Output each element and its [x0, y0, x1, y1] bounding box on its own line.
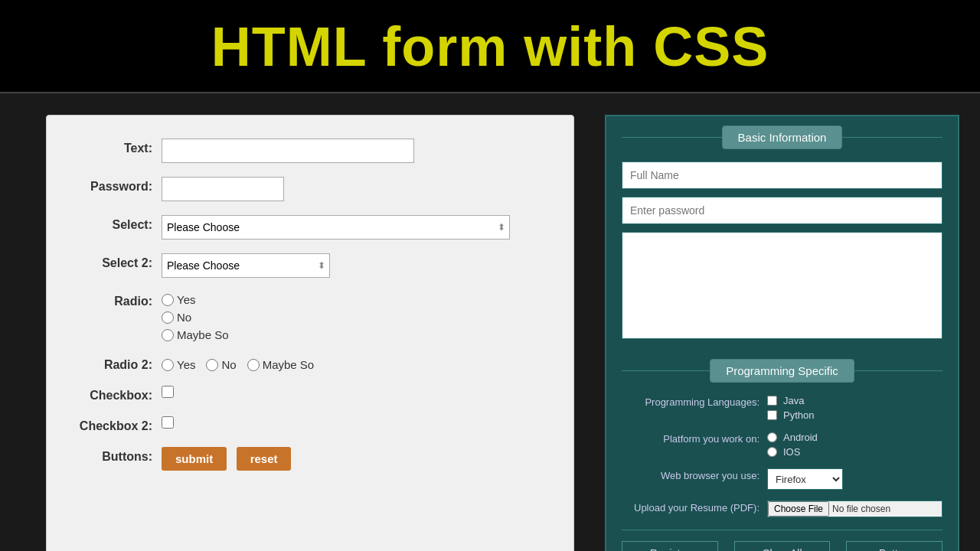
- password-input[interactable]: [162, 177, 284, 201]
- radio2-maybe: Maybe So: [247, 358, 315, 371]
- prog-line-left: [622, 370, 710, 371]
- bio-textarea[interactable]: [622, 232, 942, 339]
- prog-languages-row: Programming Languages: Java Python: [622, 395, 942, 421]
- page-header: HTML form with CSS: [0, 0, 980, 93]
- radio-maybe-input[interactable]: [162, 329, 174, 341]
- python-checkbox[interactable]: [767, 410, 777, 420]
- radio2-maybe-label: Maybe So: [263, 358, 315, 371]
- header-line-left: [622, 137, 722, 138]
- android-option: Android: [767, 432, 818, 443]
- radio2-yes-input[interactable]: [162, 359, 174, 371]
- page-title: HTML form with CSS: [211, 16, 769, 77]
- radio-row: Radio: Yes No Maybe So: [62, 292, 550, 341]
- checkbox-wrapper: [162, 386, 174, 401]
- radio2-no: No: [206, 358, 236, 371]
- radio2-yes: Yes: [162, 358, 195, 371]
- checkbox-label: Checkbox:: [62, 386, 162, 403]
- android-label: Android: [783, 432, 818, 443]
- radio-no-input[interactable]: [162, 311, 174, 324]
- select2-row: Select 2: Please Choose ⬍: [62, 253, 550, 278]
- browser-select[interactable]: Firefox Chrome Safari Edge: [767, 468, 843, 490]
- programming-section: Programming Languages: Java Python Platf…: [622, 395, 942, 517]
- title-white: HTML form with: [211, 16, 654, 77]
- radio-maybe: Maybe So: [162, 328, 229, 341]
- select-row: Select: Please Choose ⬍: [62, 215, 550, 240]
- select-wrapper: Please Choose ⬍: [162, 215, 510, 240]
- radio2-no-input[interactable]: [206, 359, 218, 371]
- prog-line-right: [854, 370, 942, 371]
- reset-button[interactable]: reset: [237, 447, 292, 471]
- platform-label: Platform you work on:: [622, 432, 760, 445]
- prog-section-wrapper: Programming Specific: [606, 350, 958, 383]
- text-label: Text:: [62, 139, 162, 155]
- fullname-input[interactable]: [622, 161, 942, 189]
- register-button[interactable]: Register: [622, 541, 718, 551]
- basic-info-header: Basic Information: [606, 126, 958, 149]
- right-password-input[interactable]: [622, 197, 942, 224]
- clearall-button[interactable]: Clear All: [734, 541, 831, 551]
- platform-row: Platform you work on: Android IOS: [622, 432, 942, 458]
- checkbox-input[interactable]: [162, 386, 174, 398]
- text-row: Text:: [62, 139, 550, 163]
- radio2-no-label: No: [221, 358, 236, 371]
- ios-label: IOS: [783, 446, 800, 458]
- resume-file-input[interactable]: [767, 500, 942, 517]
- python-option: Python: [767, 409, 814, 421]
- radio-yes-label: Yes: [177, 293, 195, 306]
- submit-button[interactable]: submit: [162, 447, 227, 471]
- radio2-maybe-input[interactable]: [247, 359, 260, 371]
- select2-wrapper: Please Choose ⬍: [162, 253, 330, 278]
- password-row: Password:: [62, 177, 550, 201]
- bottom-buttons: Register Clear All Button: [622, 530, 942, 551]
- radio2-row: Radio 2: Yes No Maybe So: [62, 355, 550, 372]
- select2-input[interactable]: Please Choose: [162, 253, 330, 278]
- main-content: Text: Password: Select: Please Choose ⬍ …: [0, 99, 980, 551]
- right-form-panel: Basic Information Programming Specific P…: [605, 115, 959, 551]
- prog-languages-control: Java Python: [767, 395, 814, 421]
- checkbox2-row: Checkbox 2:: [62, 416, 550, 433]
- title-yellow: CSS: [653, 16, 769, 77]
- radio2-group: Yes No Maybe So: [162, 355, 314, 371]
- left-form-panel: Text: Password: Select: Please Choose ⬍ …: [46, 115, 574, 551]
- radio-no: No: [162, 311, 229, 324]
- prog-header: Programming Specific: [606, 359, 958, 383]
- checkbox2-label: Checkbox 2:: [62, 416, 162, 433]
- radio-yes-input[interactable]: [162, 294, 174, 306]
- checkbox-row: Checkbox:: [62, 386, 550, 403]
- radio-yes: Yes: [162, 293, 229, 306]
- platform-control: Android IOS: [767, 432, 818, 458]
- resume-row: Upload your Resume (PDF):: [622, 500, 942, 517]
- extra-button[interactable]: Button: [846, 541, 942, 551]
- radio-no-label: No: [177, 311, 191, 324]
- basic-info-badge: Basic Information: [722, 126, 843, 149]
- prog-badge: Programming Specific: [710, 359, 854, 383]
- password-label: Password:: [62, 177, 162, 194]
- file-input-wrapper: [767, 500, 942, 517]
- radio2-label: Radio 2:: [62, 355, 162, 372]
- resume-label: Upload your Resume (PDF):: [622, 500, 760, 514]
- radio-maybe-label: Maybe So: [177, 328, 229, 341]
- browser-control: Firefox Chrome Safari Edge: [767, 468, 843, 490]
- select2-label: Select 2:: [62, 253, 162, 270]
- android-radio[interactable]: [767, 432, 777, 442]
- basic-info-section-wrapper: Basic Information: [606, 116, 958, 149]
- checkbox2-wrapper: [162, 416, 174, 432]
- browser-row: Web browser you use: Firefox Chrome Safa…: [622, 468, 942, 490]
- java-checkbox[interactable]: [767, 396, 777, 406]
- ios-radio[interactable]: [767, 447, 777, 457]
- python-label: Python: [783, 409, 814, 421]
- radio-label: Radio:: [62, 292, 162, 308]
- browser-label: Web browser you use:: [622, 468, 760, 481]
- checkbox2-input[interactable]: [162, 416, 174, 429]
- java-option: Java: [767, 395, 814, 406]
- prog-languages-label: Programming Languages:: [622, 395, 760, 408]
- radio-group: Yes No Maybe So: [162, 292, 229, 341]
- java-label: Java: [783, 395, 804, 406]
- buttons-group: submit reset: [162, 447, 291, 471]
- ios-option: IOS: [767, 446, 818, 458]
- buttons-row: Buttons: submit reset: [62, 447, 550, 471]
- text-input[interactable]: [162, 139, 414, 163]
- buttons-label: Buttons:: [62, 447, 162, 464]
- select-input[interactable]: Please Choose: [162, 215, 510, 240]
- header-line-right: [842, 137, 942, 138]
